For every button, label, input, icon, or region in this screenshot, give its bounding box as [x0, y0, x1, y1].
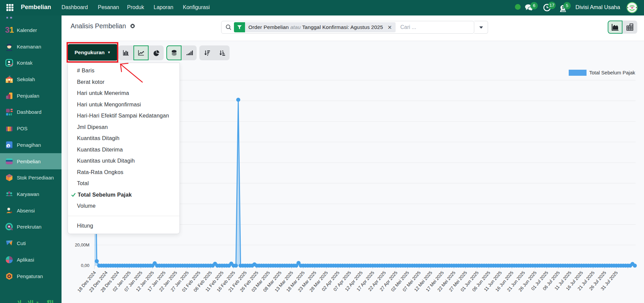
- svg-text:3: 3: [5, 26, 9, 34]
- svg-text:$: $: [7, 144, 9, 148]
- svg-text:1: 1: [9, 26, 14, 34]
